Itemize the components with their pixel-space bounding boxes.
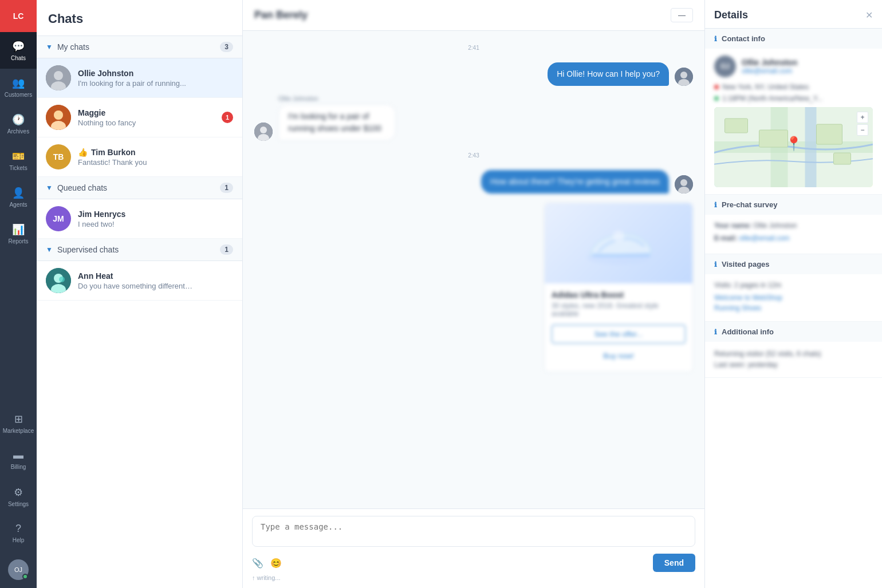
attachment-icon[interactable]: 📎 — [252, 558, 263, 569]
chats-panel: Chats ▼ My chats 3 Ollie Johnston I'm lo… — [37, 0, 243, 588]
visited-pages-header: ℹ Visited pages — [705, 254, 882, 274]
supervised-chats-chevron: ▼ — [46, 246, 53, 254]
chat-input-area: 📎 😊 Send ↑ writing... — [243, 508, 704, 588]
contact-profile: OJ Ollie Johnston ollie@email.com — [714, 56, 873, 77]
additional-info-body: Returning visitor (52 visits, 6 chats) L… — [705, 342, 882, 377]
contact-email[interactable]: ollie@email.com — [742, 67, 797, 75]
svg-point-6 — [54, 111, 63, 120]
chats-icon: 💬 — [12, 40, 25, 53]
chat-item-ollie[interactable]: Ollie Johnston I'm looking for a pair of… — [37, 58, 242, 98]
product-card-row: Adidas Ultra Boost 30 styles, new 2018. … — [254, 203, 693, 372]
nav-bottom: ⊞ Marketplace ▬ Billing ⚙ Settings ? Hel… — [0, 405, 37, 588]
my-chats-header-left: ▼ My chats — [46, 42, 89, 52]
my-chats-section-header[interactable]: ▼ My chats 3 — [37, 36, 242, 58]
see-offer-button[interactable]: See the offer... — [552, 325, 686, 344]
sidebar-item-billing[interactable]: ▬ Billing — [0, 441, 37, 478]
supervised-chats-count: 1 — [220, 244, 233, 255]
chat-item-maggie[interactable]: Maggie Nothing too fancy 1 — [37, 98, 242, 137]
chat-item-tim[interactable]: TB 👍 Tim Burkon Fantastic! Thank you — [37, 137, 242, 177]
queued-chats-header-left: ▼ Queued chats — [46, 183, 107, 192]
timezone-icon — [714, 96, 719, 101]
additional-info-header: ℹ Additional info — [705, 322, 882, 342]
contact-avatar: OJ — [714, 56, 736, 77]
chat-item-jim[interactable]: JM Jim Henrycs I need two! — [37, 199, 242, 239]
chat-preview-maggie: Nothing too fancy — [78, 119, 215, 127]
svg-rect-28 — [817, 124, 842, 144]
details-panel: Details ✕ ℹ Contact info OJ Ollie Johnst… — [704, 0, 882, 588]
map-zoom-out[interactable]: − — [857, 124, 868, 136]
supervised-chats-section-header[interactable]: ▼ Supervised chats 1 — [37, 239, 242, 261]
survey-email-link[interactable]: ollie@email.com — [739, 234, 789, 242]
chat-avatar-tim: TB — [46, 144, 71, 169]
contact-timezone: 1:18PM (North America/New_Y... — [714, 94, 873, 102]
details-close-button[interactable]: ✕ — [865, 10, 873, 21]
nav-sidebar: LC 💬 Chats 👥 Customers 🕐 Archives 🎫 Tick… — [0, 0, 37, 588]
minimize-chat-button[interactable]: — — [671, 8, 693, 22]
customer-sender-label: Ollie Johnston — [278, 95, 474, 102]
archives-icon: 🕐 — [12, 113, 25, 126]
svg-rect-27 — [759, 130, 788, 147]
tickets-icon: 🎫 — [12, 150, 25, 163]
chat-item-ann[interactable]: Ann Heat Do you have something different… — [37, 261, 242, 301]
additional-info-icon: ℹ — [714, 328, 717, 336]
agent-avatar-sm — [675, 68, 693, 86]
sidebar-item-help[interactable]: ? Help — [0, 515, 37, 551]
map-zoom-in[interactable]: + — [857, 112, 868, 123]
billing-label: Billing — [11, 464, 26, 470]
chat-avatar-jim: JM — [46, 206, 71, 231]
sidebar-item-archives[interactable]: 🕐 Archives — [0, 105, 37, 142]
tickets-label: Tickets — [9, 165, 27, 171]
chat-preview-ann: Do you have something different… — [78, 282, 233, 290]
sidebar-item-settings[interactable]: ⚙ Settings — [0, 478, 37, 515]
chat-info-tim: 👍 Tim Burkon Fantastic! Thank you — [78, 148, 233, 167]
settings-icon: ⚙ — [14, 486, 23, 499]
my-chats-label: My chats — [57, 42, 89, 52]
app-logo[interactable]: LC — [0, 0, 37, 32]
marketplace-label: Marketplace — [3, 428, 34, 434]
chat-window-title: Pan Berely — [254, 9, 308, 21]
queued-chats-label: Queued chats — [57, 183, 107, 192]
customer-avatar-sm — [254, 123, 273, 141]
sidebar-item-reports[interactable]: 📊 Reports — [0, 215, 37, 252]
chats-panel-title: Chats — [48, 11, 83, 26]
product-desc: 30 styles, new 2018. Greatest style avai… — [552, 302, 686, 318]
sidebar-item-tickets[interactable]: 🎫 Tickets — [0, 142, 37, 179]
returning-visitor-info: Returning visitor (52 visits, 6 chats) — [714, 349, 873, 360]
reports-label: Reports — [8, 238, 28, 244]
emoji-icon[interactable]: 😊 — [270, 558, 282, 569]
logo-text: LC — [13, 11, 24, 21]
sidebar-item-marketplace[interactable]: ⊞ Marketplace — [0, 405, 37, 441]
chat-preview-tim: Fantastic! Thank you — [78, 158, 233, 167]
visited-pages-body: Visits: 2 pages in 12m Welcome to WebSho… — [705, 274, 882, 321]
sidebar-item-agents[interactable]: 👤 Agents — [0, 179, 37, 215]
contact-info-body: OJ Ollie Johnston ollie@email.com New Yo… — [705, 49, 882, 194]
pre-chat-survey-body: Your name: Ollie Johnston E-mail: ollie@… — [705, 215, 882, 254]
visited-page-2[interactable]: Running Shoes — [714, 304, 873, 312]
details-title: Details — [714, 9, 748, 21]
chat-window-header: Pan Berely — — [243, 0, 704, 31]
messages-area: 2:41 Hi Ollie! How can I help you? — [243, 31, 704, 508]
contact-map[interactable]: 📍 + − — [714, 107, 873, 187]
chat-name-ollie: Ollie Johnston — [78, 69, 233, 78]
location-icon — [714, 85, 719, 89]
visited-pages-icon: ℹ — [714, 261, 717, 269]
message-input[interactable] — [252, 516, 695, 547]
buy-now-button[interactable]: Buy now! — [552, 347, 686, 365]
chat-info-jim: Jim Henrycs I need two! — [78, 210, 233, 228]
contact-info-header: ℹ Contact info — [705, 29, 882, 49]
customer-bubble-1: I'm looking for a pair of running shoes … — [278, 104, 396, 141]
queued-chats-section-header[interactable]: ▼ Queued chats 1 — [37, 177, 242, 199]
contact-info-label: Contact info — [722, 34, 765, 43]
send-button[interactable]: Send — [653, 554, 695, 572]
agent-bubble-1: Hi Ollie! How can I help you? — [548, 62, 669, 86]
survey-icon: ℹ — [714, 201, 717, 209]
svg-point-21 — [613, 231, 624, 242]
details-header: Details ✕ — [705, 0, 882, 29]
pre-chat-survey-header: ℹ Pre-chat survey — [705, 195, 882, 215]
visit-info: Visits: 2 pages in 12m — [714, 281, 873, 289]
sidebar-item-customers[interactable]: 👥 Customers — [0, 69, 37, 105]
svg-point-12 — [680, 72, 687, 78]
visited-page-1[interactable]: Welcome to WebShop — [714, 294, 873, 302]
user-avatar-nav[interactable]: OJ — [0, 551, 37, 588]
sidebar-item-chats[interactable]: 💬 Chats — [0, 32, 37, 69]
